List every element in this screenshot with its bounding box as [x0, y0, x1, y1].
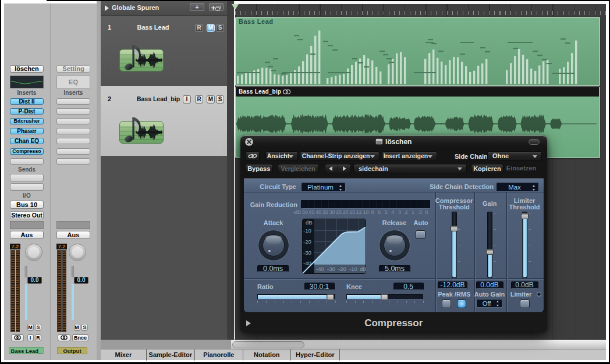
svg-text:-40: -40: [316, 266, 324, 272]
svg-text:-40: -40: [303, 260, 311, 266]
svg-text:-30: -30: [327, 266, 335, 272]
svg-text:dB: dB: [306, 219, 313, 226]
svg-text:dB: dB: [360, 266, 366, 272]
svg-text:-10: -10: [349, 266, 357, 272]
svg-text:-30: -30: [303, 249, 311, 256]
svg-text:-20: -20: [338, 266, 346, 272]
svg-text:-20: -20: [303, 238, 311, 245]
svg-text:-10: -10: [303, 227, 311, 234]
